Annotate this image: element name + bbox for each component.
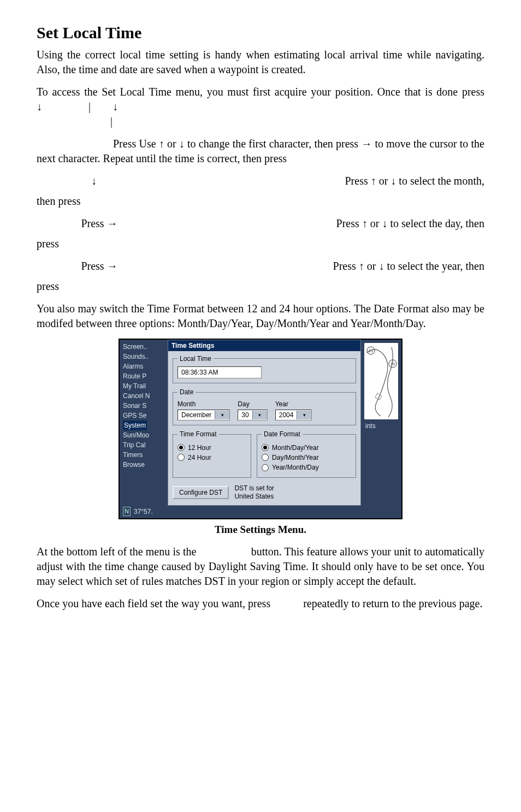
day-select[interactable]: 30 ▾	[238, 410, 267, 420]
side-item[interactable]: Trip Cal	[123, 440, 165, 450]
text: Once you have each field set the way you…	[37, 597, 270, 609]
radio-icon	[262, 454, 269, 461]
radio-label: 12 Hour	[188, 443, 211, 452]
side-item-selected[interactable]: System	[123, 420, 147, 430]
local-time-field[interactable]: 08:36:33 AM	[177, 366, 262, 378]
side-item[interactable]: Cancel N	[123, 391, 165, 401]
coord-bar: N 37°57.	[120, 506, 401, 518]
press-word: press	[37, 279, 484, 294]
year-select[interactable]: 2004 ▾	[275, 410, 312, 420]
local-time-group: Local Time 08:36:33 AM	[173, 354, 356, 383]
day-label: Day	[238, 400, 267, 408]
press-right: Press →	[37, 216, 162, 231]
press-word: press	[37, 236, 484, 251]
radio-mdy[interactable]: Month/Day/Year	[262, 443, 351, 452]
press-right: Press →	[37, 259, 162, 274]
radio-label: Month/Day/Year	[272, 443, 319, 452]
side-item[interactable]: GPS Se	[123, 411, 165, 420]
text: Press ↑ or ↓ to select the month,	[151, 174, 484, 188]
side-item[interactable]: Sun/Moo	[123, 430, 165, 440]
time-format-group: Time Format 12 Hour 24 Hour	[173, 430, 251, 478]
paragraph-access: To access the Set Local Time menu, you m…	[37, 85, 484, 129]
time-format-legend: Time Format	[177, 430, 219, 438]
side-menu: Screen.. Sounds.. Alarms Route P My Trai…	[120, 340, 168, 506]
paragraph-intro: Using the correct local time setting is …	[37, 48, 484, 77]
date-format-legend: Date Format	[262, 430, 303, 438]
map-preview: 23 70	[364, 343, 398, 419]
radio-label: Day/Month/Year	[272, 453, 319, 462]
side-item[interactable]: Sounds..	[123, 352, 165, 361]
year-value: 2004	[276, 411, 297, 419]
radio-icon	[177, 444, 185, 451]
pipe-char: |	[110, 115, 113, 127]
date-format-group: Date Format Month/Day/Year Day/Month/Yea…	[257, 430, 356, 478]
month-select[interactable]: December ▾	[177, 410, 230, 420]
arrow-sequence: ↓ | ↓	[37, 100, 118, 112]
local-time-legend: Local Time	[177, 354, 214, 363]
year-line: Press → Press ↑ or ↓ to select the year,…	[37, 259, 484, 274]
side-item[interactable]: Screen..	[123, 342, 165, 352]
figure: Screen.. Sounds.. Alarms Route P My Trai…	[37, 339, 484, 520]
radio-ymd[interactable]: Year/Month/Day	[262, 463, 351, 472]
configure-dst-button[interactable]: Configure DST	[173, 486, 229, 499]
side-item[interactable]: Alarms	[123, 361, 165, 371]
side-item[interactable]: Sonar S	[123, 401, 165, 411]
radio-icon	[262, 444, 269, 451]
chevron-down-icon[interactable]: ▾	[297, 411, 311, 419]
radio-icon	[177, 454, 185, 461]
screenshot: Screen.. Sounds.. Alarms Route P My Trai…	[119, 339, 402, 520]
radio-label: Year/Month/Day	[272, 463, 319, 472]
down-arrow: ↓	[37, 174, 151, 188]
year-label: Year	[275, 400, 312, 408]
radio-icon	[262, 464, 269, 471]
hwy-shield: 70	[390, 362, 395, 366]
paragraph-formats: You also may switch the Time Format betw…	[37, 301, 484, 331]
chevron-down-icon[interactable]: ▾	[215, 411, 229, 419]
paragraph-exit: Once you have each field set the way you…	[37, 596, 484, 611]
chevron-down-icon[interactable]: ▾	[252, 411, 267, 419]
north-icon: N	[123, 507, 131, 516]
map-preview-column: 23 70 ints	[361, 340, 401, 506]
radio-dmy[interactable]: Day/Month/Year	[262, 453, 351, 462]
side-item[interactable]: Browse	[123, 460, 165, 470]
side-item[interactable]: My Trail	[123, 381, 165, 391]
text: repeatedly to return to the previous pag…	[303, 597, 482, 609]
month-label: Month	[177, 400, 230, 408]
date-legend: Date	[177, 388, 196, 396]
paragraph-press-use: Press Use ↑ or ↓ to change the first cha…	[37, 137, 484, 166]
text: Press ↑ or ↓ to select the day, then	[162, 216, 484, 231]
time-settings-dialog: Time Settings Local Time 08:36:33 AM Dat…	[168, 340, 361, 506]
figure-caption: Time Settings Menu.	[37, 523, 484, 537]
coord-text: 37°57.	[134, 507, 153, 516]
month-line: ↓ Press ↑ or ↓ to select the month,	[37, 174, 484, 188]
date-group: Date Month December ▾ Day	[173, 388, 356, 425]
radio-12hour[interactable]: 12 Hour	[177, 443, 246, 452]
radio-24hour[interactable]: 24 Hour	[177, 453, 246, 462]
dialog-title: Time Settings	[168, 340, 360, 351]
then-press: then press	[37, 194, 484, 209]
side-item[interactable]: Route P	[123, 371, 165, 381]
radio-label: 24 Hour	[188, 453, 211, 462]
page-title: Set Local Time	[37, 22, 484, 44]
paragraph-dst: At the bottom left of the menu is the bu…	[37, 544, 484, 589]
dst-note-line1: DST is set for	[234, 484, 274, 492]
month-value: December	[178, 411, 215, 419]
right-label: ints	[361, 422, 401, 430]
day-line: Press → Press ↑ or ↓ to select the day, …	[37, 216, 484, 231]
day-value: 30	[238, 411, 252, 419]
dst-note: DST is set for United States	[234, 484, 274, 501]
side-item[interactable]: Timers	[123, 450, 165, 460]
text: At the bottom left of the menu is the	[37, 546, 196, 558]
hwy-shield: 23	[369, 349, 373, 353]
dst-note-line2: United States	[234, 493, 274, 500]
text: Press ↑ or ↓ to select the year, then	[162, 259, 484, 274]
text: To access the Set Local Time menu, you m…	[37, 86, 484, 98]
